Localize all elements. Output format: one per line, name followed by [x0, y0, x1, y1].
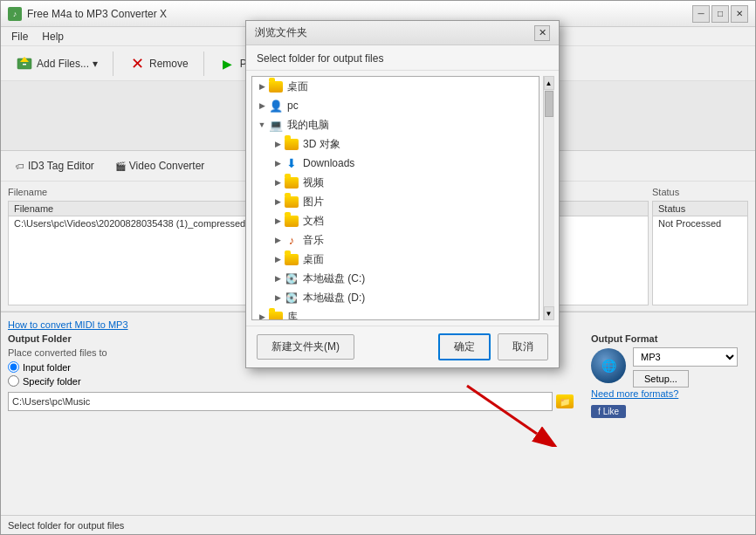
minimize-button[interactable]: ─: [692, 5, 710, 23]
tree-item-videos[interactable]: ▶ 视频: [252, 173, 539, 192]
more-formats-link[interactable]: Need more formats?: [591, 388, 678, 399]
app-icon: ♪: [8, 7, 22, 21]
status-bar: Select folder for output files: [1, 515, 755, 534]
add-files-button[interactable]: Add Files... ▾: [8, 51, 106, 77]
format-globe-icon: 🌐: [591, 348, 626, 383]
browse-folder-button[interactable]: 📁: [556, 394, 574, 408]
status-area: Status Status Not Processed: [652, 187, 748, 305]
expand-music[interactable]: ▶: [271, 234, 284, 246]
remove-button[interactable]: ✕ Remove: [120, 51, 196, 77]
dialog-close-button[interactable]: ✕: [534, 25, 550, 41]
expand-documents[interactable]: ▶: [271, 215, 284, 227]
tree-item-3d[interactable]: ▶ 3D 对象: [252, 134, 539, 154]
video-converter-button[interactable]: 🎬 Video Converter: [107, 156, 213, 175]
dialog-footer: 新建文件夹(M) 确定 取消: [246, 326, 559, 367]
radio-input-folder-input[interactable]: [8, 361, 19, 373]
facebook-like-button[interactable]: f Like: [591, 405, 626, 418]
status-table-header: Status: [653, 202, 747, 216]
expand-desktop[interactable]: ▶: [256, 80, 268, 93]
status-row: Not Processed: [653, 216, 747, 230]
expand-library[interactable]: ▶: [256, 311, 268, 320]
pictures-folder-icon: [284, 195, 299, 209]
library-folder-icon: [268, 310, 284, 320]
dialog-body: ▶ 桌面 ▶ 👤 pc ▼ 💻 我的电脑 ▶: [246, 71, 559, 326]
tree-item-pc[interactable]: ▶ 👤 pc: [252, 96, 539, 115]
dialog-subtitle: Select folder for output files: [246, 45, 559, 71]
3d-folder-icon: [284, 137, 299, 151]
scrollbar-thumb[interactable]: [545, 91, 553, 117]
add-icon: [16, 55, 33, 72]
main-window: ♪ Free M4a to MP3 Converter X ─ □ ✕ File…: [0, 0, 756, 535]
expand-pc[interactable]: ▶: [256, 99, 268, 112]
browse-folder-dialog: 浏览文件夹 ✕ Select folder for output files ▶…: [245, 20, 560, 368]
new-folder-button[interactable]: 新建文件夹(M): [257, 334, 354, 360]
desktop-sub-folder-icon: [284, 252, 299, 266]
setup-button[interactable]: Setup...: [633, 370, 689, 388]
tree-item-pictures[interactable]: ▶ 图片: [252, 192, 539, 211]
close-button[interactable]: ✕: [731, 5, 748, 23]
cancel-button[interactable]: 取消: [498, 333, 548, 360]
scroll-down-button[interactable]: ▼: [544, 306, 554, 320]
toolbar-separator-2: [203, 51, 204, 76]
tree-item-drive-c[interactable]: ▶ 💽 本地磁盘 (C:): [252, 269, 539, 288]
tree-item-downloads[interactable]: ▶ ⬇ Downloads: [252, 154, 539, 173]
toolbar-separator-1: [113, 51, 113, 76]
music-folder-icon: ♪: [284, 233, 299, 247]
radio-specify-folder-input[interactable]: [8, 375, 19, 387]
dialog-title-text: 浏览文件夹: [255, 25, 534, 40]
output-format-title: Output Format: [591, 333, 748, 344]
folder-tree[interactable]: ▶ 桌面 ▶ 👤 pc ▼ 💻 我的电脑 ▶: [251, 76, 540, 320]
expand-drive-c[interactable]: ▶: [271, 272, 284, 285]
tree-item-desktop[interactable]: ▶ 桌面: [252, 77, 539, 96]
drive-d-icon: 💽: [284, 291, 299, 305]
expand-drive-d[interactable]: ▶: [271, 292, 284, 304]
expand-desktop-sub[interactable]: ▶: [271, 253, 284, 265]
window-controls: ─ □ ✕: [692, 5, 748, 23]
expand-videos[interactable]: ▶: [271, 176, 284, 189]
output-format-section: Output Format 🌐 MP3 Setup... Need more f…: [591, 333, 748, 418]
dialog-title-bar: 浏览文件夹 ✕: [246, 21, 559, 45]
tree-scrollbar[interactable]: ▲ ▼: [543, 76, 553, 320]
status-header-label: Status: [652, 187, 748, 197]
pc-user-icon: 👤: [268, 99, 284, 113]
scroll-up-button[interactable]: ▲: [544, 76, 554, 90]
my-computer-icon: 💻: [268, 118, 284, 132]
remove-icon: ✕: [128, 55, 146, 72]
window-title: Free M4a to MP3 Converter X: [27, 8, 692, 20]
status-table: Status Not Processed: [652, 201, 748, 305]
tree-item-desktop-sub[interactable]: ▶ 桌面: [252, 250, 539, 269]
videos-folder-icon: [284, 175, 299, 189]
radio-specify-folder[interactable]: Specify folder: [8, 375, 574, 387]
format-controls: MP3 Setup...: [633, 347, 738, 388]
expand-pictures[interactable]: ▶: [271, 195, 284, 208]
maximize-button[interactable]: □: [711, 5, 729, 23]
ok-button[interactable]: 确定: [438, 333, 491, 360]
tree-item-music[interactable]: ▶ ♪ 音乐: [252, 230, 539, 250]
tree-item-drive-d[interactable]: ▶ 💽 本地磁盘 (D:): [252, 288, 539, 307]
play-icon: ▶: [219, 55, 237, 72]
svg-rect-2: [23, 64, 26, 65]
expand-mypc[interactable]: ▼: [256, 119, 268, 131]
id3-editor-button[interactable]: 🏷 ID3 Tag Editor: [8, 156, 102, 175]
documents-folder-icon: [284, 214, 299, 228]
format-row: 🌐 MP3 Setup...: [591, 347, 748, 388]
path-row: 📁: [8, 392, 574, 411]
menu-file[interactable]: File: [4, 29, 35, 45]
output-path-input[interactable]: [8, 392, 553, 411]
format-select[interactable]: MP3: [633, 347, 738, 367]
downloads-folder-icon: ⬇: [284, 156, 299, 170]
dialog-btn-group: 确定 取消: [438, 333, 548, 360]
like-area: f Like: [591, 405, 748, 418]
status-bar-text: Select folder for output files: [8, 520, 124, 531]
tree-item-documents[interactable]: ▶ 文档: [252, 211, 539, 230]
tree-item-library[interactable]: ▶ 库: [252, 307, 539, 320]
expand-downloads[interactable]: ▶: [271, 157, 284, 169]
scrollbar-track: [544, 90, 554, 306]
tree-item-mypc[interactable]: ▼ 💻 我的电脑: [252, 115, 539, 134]
expand-3d[interactable]: ▶: [271, 138, 284, 150]
drive-c-icon: 💽: [284, 271, 299, 285]
menu-help[interactable]: Help: [35, 29, 71, 45]
desktop-folder-icon: [268, 79, 284, 93]
